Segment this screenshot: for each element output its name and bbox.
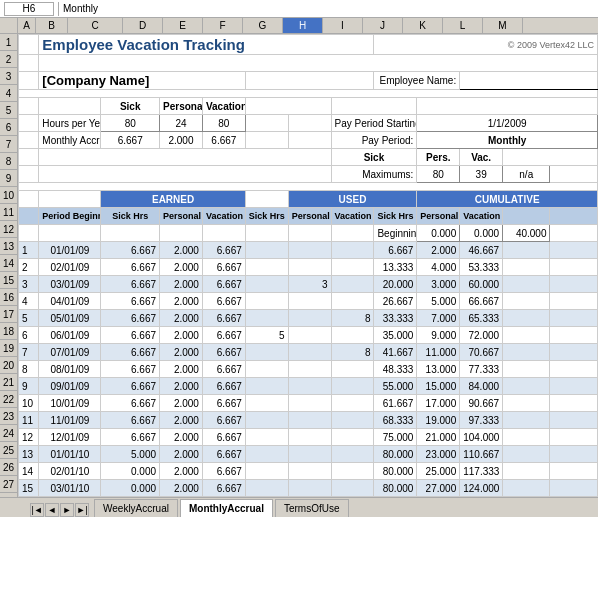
cell-h20[interactable]: 8 [331, 344, 374, 361]
cell-f6[interactable] [245, 115, 288, 132]
cell-g17[interactable] [288, 293, 331, 310]
cell-company[interactable]: [Company Name] [39, 72, 245, 90]
cell-c15[interactable]: 6.667 [101, 259, 160, 276]
cell-g16[interactable]: 3 [288, 276, 331, 293]
cell-a18[interactable]: 5 [19, 310, 39, 327]
cell-m22[interactable] [550, 378, 598, 395]
cell-h22[interactable] [331, 378, 374, 395]
col-header-c[interactable]: C [68, 18, 123, 33]
cell-j23[interactable]: 17.000 [417, 395, 460, 412]
cell-l14[interactable] [503, 242, 550, 259]
cell-m24[interactable] [550, 412, 598, 429]
cell-h25[interactable] [331, 429, 374, 446]
cell-k28[interactable]: 124.000 [460, 480, 503, 497]
cell-a28[interactable]: 15 [19, 480, 39, 497]
name-box[interactable] [4, 2, 54, 16]
cell-k27[interactable]: 117.333 [460, 463, 503, 480]
cell-m20[interactable] [550, 344, 598, 361]
cell-j6-pps-val[interactable]: 1/1/2009 [417, 115, 598, 132]
cell-h21[interactable] [331, 361, 374, 378]
cell-l8[interactable] [503, 149, 598, 166]
cell-m9[interactable] [550, 166, 598, 183]
cell-g14[interactable] [288, 242, 331, 259]
cell-a23[interactable]: 10 [19, 395, 39, 412]
cell-m21[interactable] [550, 361, 598, 378]
cell-b24[interactable]: 11/01/09 [39, 412, 101, 429]
cell-b22[interactable]: 09/01/09 [39, 378, 101, 395]
cell-l9-vac[interactable]: n/a [503, 166, 550, 183]
cell-c16[interactable]: 6.667 [101, 276, 160, 293]
tab-first-arrow[interactable]: |◄ [30, 503, 44, 517]
cell-e6-vac[interactable]: 80 [202, 115, 245, 132]
cell-j19[interactable]: 9.000 [417, 327, 460, 344]
row-num-4[interactable]: 4 [0, 85, 17, 102]
cell-c23[interactable]: 6.667 [101, 395, 160, 412]
cell-c17[interactable]: 6.667 [101, 293, 160, 310]
cell-i28[interactable]: 80.000 [374, 480, 417, 497]
cell-b23[interactable]: 10/01/09 [39, 395, 101, 412]
cell-a16[interactable]: 3 [19, 276, 39, 293]
cell-d26[interactable]: 2.000 [160, 446, 203, 463]
col-header-k[interactable]: K [403, 18, 443, 33]
cell-e17[interactable]: 6.667 [202, 293, 245, 310]
cell-d18[interactable]: 2.000 [160, 310, 203, 327]
cell-f15[interactable] [245, 259, 288, 276]
cell-l26[interactable] [503, 446, 550, 463]
cell-k9-pers[interactable]: 39 [460, 166, 503, 183]
cell-m12[interactable] [550, 208, 598, 225]
cell-emp-value[interactable] [460, 72, 598, 90]
cell-i15[interactable]: 13.333 [374, 259, 417, 276]
cell-j5[interactable] [417, 98, 598, 115]
cell-l24[interactable] [503, 412, 550, 429]
col-header-a[interactable]: A [18, 18, 36, 33]
row-num-1[interactable]: 1 [0, 34, 17, 51]
cell-a5[interactable] [19, 98, 39, 115]
cell-d6-pers[interactable]: 24 [160, 115, 203, 132]
row-num-20[interactable]: 20 [0, 357, 17, 374]
tab-prev-arrow[interactable]: ◄ [45, 503, 59, 517]
cell-d20[interactable]: 2.000 [160, 344, 203, 361]
cell-f18[interactable] [245, 310, 288, 327]
cell-b28[interactable]: 03/01/10 [39, 480, 101, 497]
cell-l18[interactable] [503, 310, 550, 327]
cell-k23[interactable]: 90.667 [460, 395, 503, 412]
cell-i17[interactable]: 26.667 [374, 293, 417, 310]
cell-b25[interactable]: 12/01/09 [39, 429, 101, 446]
cell-f5[interactable] [245, 98, 331, 115]
cell-j24[interactable]: 19.000 [417, 412, 460, 429]
tab-next-arrow[interactable]: ► [60, 503, 74, 517]
cell-m25[interactable] [550, 429, 598, 446]
row-num-26[interactable]: 26 [0, 459, 17, 476]
cell-d24[interactable]: 2.000 [160, 412, 203, 429]
cell-m27[interactable] [550, 463, 598, 480]
cell-k15[interactable]: 53.333 [460, 259, 503, 276]
cell-j9-sick[interactable]: 80 [417, 166, 460, 183]
row-num-22[interactable]: 22 [0, 391, 17, 408]
cell-c21[interactable]: 6.667 [101, 361, 160, 378]
row-num-7[interactable]: 7 [0, 136, 17, 153]
cell-f17[interactable] [245, 293, 288, 310]
cell-d21[interactable]: 2.000 [160, 361, 203, 378]
cell-a6[interactable] [19, 115, 39, 132]
cell-h24[interactable] [331, 412, 374, 429]
row-num-24[interactable]: 24 [0, 425, 17, 442]
cell-j21[interactable]: 13.000 [417, 361, 460, 378]
cell-j27[interactable]: 25.000 [417, 463, 460, 480]
cell-e24[interactable]: 6.667 [202, 412, 245, 429]
cell-a22[interactable]: 9 [19, 378, 39, 395]
cell-m18[interactable] [550, 310, 598, 327]
cell-a8[interactable] [19, 149, 39, 166]
cell-k25[interactable]: 104.000 [460, 429, 503, 446]
cell-e22[interactable]: 6.667 [202, 378, 245, 395]
cell-l20[interactable] [503, 344, 550, 361]
cell-f27[interactable] [245, 463, 288, 480]
cell-g19[interactable] [288, 327, 331, 344]
cell-e23[interactable]: 6.667 [202, 395, 245, 412]
cell-c18[interactable]: 6.667 [101, 310, 160, 327]
cell-k14[interactable]: 46.667 [460, 242, 503, 259]
cell-h17[interactable] [331, 293, 374, 310]
cell-k18[interactable]: 65.333 [460, 310, 503, 327]
cell-g22[interactable] [288, 378, 331, 395]
cell-e28[interactable]: 6.667 [202, 480, 245, 497]
cell-h18[interactable]: 8 [331, 310, 374, 327]
